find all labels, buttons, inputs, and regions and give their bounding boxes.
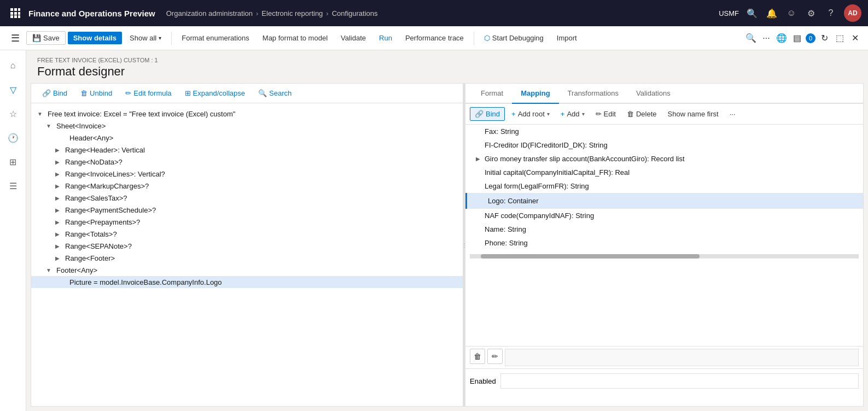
data-item-fax[interactable]: Fax: String	[465, 125, 863, 138]
run-button[interactable]: Run	[374, 32, 398, 44]
edit-button[interactable]: ✏ Edit	[591, 108, 620, 120]
bind-icon: 🔗	[42, 89, 51, 97]
data-item-logo[interactable]: Logo: Container	[465, 193, 863, 209]
range-nodata-expand-icon[interactable]: ▶	[53, 157, 62, 166]
sheet-collapse-icon[interactable]: ▼	[44, 121, 53, 130]
tab-transformations[interactable]: Transformations	[559, 84, 627, 104]
data-item-giro[interactable]: ▶ Giro money transfer slip account(BankA…	[465, 152, 863, 166]
tree-item-range-markupcharges[interactable]: ▶ Range<MarkupCharges>?	[31, 180, 463, 192]
close-icon[interactable]: ✕	[848, 33, 861, 43]
tab-mapping[interactable]: Mapping	[512, 84, 558, 104]
more-options-icon[interactable]: ···	[760, 33, 773, 43]
tree-item-header[interactable]: Header<Any>	[31, 132, 463, 144]
tree-item-range-header[interactable]: ▶ Range<Header>: Vertical	[31, 144, 463, 156]
range-footer-expand-icon[interactable]: ▶	[53, 254, 62, 262]
tree-item-range-paymentschedule[interactable]: ▶ Range<PaymentSchedule>?	[31, 204, 463, 216]
avatar[interactable]: AD	[844, 4, 861, 22]
sidebar-filter-icon[interactable]: ▽	[2, 79, 24, 101]
footer-collapse-icon[interactable]: ▼	[44, 266, 53, 274]
data-item-name[interactable]: Name: String	[465, 222, 863, 236]
hamburger-icon[interactable]: ☰	[7, 30, 24, 46]
tab-validations[interactable]: Validations	[627, 84, 679, 104]
debug-icon: ⬡	[484, 34, 490, 42]
range-sepanote-expand-icon[interactable]: ▶	[53, 242, 62, 250]
tree-root[interactable]: ▼ Free text invoice: Excel = "Free text …	[31, 108, 463, 120]
edit-pencil-icon: ✏	[596, 110, 602, 118]
range-totals-expand-icon[interactable]: ▶	[53, 230, 62, 238]
tree-item-range-nodata[interactable]: ▶ Range<NoData>?	[31, 156, 463, 168]
feedback-icon[interactable]: ☺	[785, 8, 798, 18]
data-item-ficreditor[interactable]: FI-Creditor ID(FICreditorID_DK): String	[465, 138, 863, 152]
more-options-button[interactable]: ···	[725, 108, 740, 120]
tree-item-range-totals[interactable]: ▶ Range<Totals>?	[31, 228, 463, 240]
range-paymentschedule-expand-icon[interactable]: ▶	[53, 206, 62, 214]
enabled-input[interactable]	[500, 373, 859, 389]
performance-trace-button[interactable]: Performance trace	[400, 32, 469, 44]
delete-button[interactable]: 🗑 Delete	[622, 108, 661, 120]
sidebar-history-icon[interactable]: 🕐	[2, 127, 24, 149]
format-enumerations-button[interactable]: Format enumerations	[176, 32, 255, 44]
panel-search-icon[interactable]: 🔍	[744, 33, 758, 43]
enabled-row: Enabled	[465, 369, 863, 393]
breadcrumb-org[interactable]: Organization administration	[166, 9, 253, 17]
delete-formula-button[interactable]: 🗑	[470, 349, 485, 364]
start-debugging-button[interactable]: ⬡ Start Debugging	[479, 32, 549, 44]
add-button[interactable]: + Add ▾	[556, 108, 589, 120]
range-markupcharges-expand-icon[interactable]: ▶	[53, 181, 62, 190]
edit-formula-button[interactable]: ✏	[487, 349, 503, 364]
sidebar-grid-icon[interactable]: ⊞	[2, 151, 24, 173]
map-format-to-model-button[interactable]: Map format to model	[257, 32, 333, 44]
data-item-initialcapital[interactable]: Initial capital(CompanyInitialCapital_FR…	[465, 166, 863, 179]
range-prepayments-expand-icon[interactable]: ▶	[53, 218, 62, 226]
show-details-button[interactable]: Show details	[68, 32, 122, 44]
validate-button[interactable]: Validate	[335, 32, 371, 44]
giro-expand-icon[interactable]: ▶	[476, 156, 485, 162]
panel-icon[interactable]: ▤	[790, 33, 803, 43]
settings-icon[interactable]: ⚙	[805, 8, 818, 19]
search-icon: 🔍	[258, 89, 267, 97]
sidebar-home-icon[interactable]: ⌂	[2, 55, 24, 77]
tree-item-sheet[interactable]: ▼ Sheet<Invoice>	[31, 120, 463, 132]
range-salestax-expand-icon[interactable]: ▶	[53, 193, 62, 202]
range-invoicelines-expand-icon[interactable]: ▶	[53, 169, 62, 178]
formula-input[interactable]	[505, 349, 859, 366]
toolbar: ☰ 💾 Save Show details Show all ▾ Format …	[0, 26, 868, 50]
tree-item-range-sepanote[interactable]: ▶ Range<SEPANote>?	[31, 240, 463, 252]
breadcrumb-er[interactable]: Electronic reporting	[261, 9, 323, 17]
tree-item-range-invoicelines[interactable]: ▶ Range<InvoiceLines>: Vertical?	[31, 168, 463, 180]
import-button[interactable]: Import	[551, 32, 582, 44]
open-external-icon[interactable]: ⬚	[833, 33, 846, 43]
show-name-first-button[interactable]: Show name first	[663, 108, 723, 120]
save-button[interactable]: 💾 Save	[26, 31, 66, 45]
tree-item-picture[interactable]: Picture = model.InvoiceBase.CompanyInfo.…	[31, 276, 463, 288]
range-header-expand-icon[interactable]: ▶	[53, 145, 62, 154]
notification-icon[interactable]: 🔔	[765, 8, 778, 19]
data-item-nafcode[interactable]: NAF code(CompanyIdNAF): String	[465, 209, 863, 222]
tree-item-range-prepayments[interactable]: ▶ Range<Prepayments>?	[31, 216, 463, 228]
tab-format[interactable]: Format	[472, 84, 512, 104]
sidebar-list-icon[interactable]: ☰	[2, 175, 24, 197]
horizontal-scrollbar[interactable]	[470, 254, 859, 259]
map-bind-button[interactable]: 🔗 Bind	[470, 107, 505, 121]
search-button[interactable]: 🔍 Search	[254, 87, 296, 99]
sidebar-star-icon[interactable]: ☆	[2, 103, 24, 125]
tree-item-footer[interactable]: ▼ Footer<Any>	[31, 264, 463, 276]
globe-icon[interactable]: 🌐	[775, 33, 788, 43]
add-root-button[interactable]: + Add root ▾	[507, 108, 554, 120]
edit-formula-button[interactable]: ✏ Edit formula	[121, 87, 176, 99]
breadcrumb-config[interactable]: Configurations	[332, 9, 378, 17]
waffle-icon[interactable]	[7, 4, 24, 22]
scrollbar-thumb[interactable]	[481, 254, 700, 259]
data-item-legalform[interactable]: Legal form(LegalFormFR): String	[465, 179, 863, 193]
expand-collapse-button[interactable]: ⊞ Expand/collapse	[180, 87, 249, 99]
help-icon[interactable]: ?	[824, 8, 837, 18]
tree-item-range-salestax[interactable]: ▶ Range<SalesTax>?	[31, 192, 463, 204]
tree-item-range-footer[interactable]: ▶ Range<Footer>	[31, 252, 463, 264]
unbind-button[interactable]: 🗑 Unbind	[76, 87, 116, 99]
bind-button[interactable]: 🔗 Bind	[38, 87, 72, 99]
search-icon[interactable]: 🔍	[745, 8, 759, 19]
root-collapse-icon[interactable]: ▼	[36, 109, 44, 118]
data-item-phone[interactable]: Phone: String	[465, 236, 863, 250]
show-all-button[interactable]: Show all ▾	[124, 32, 167, 44]
refresh-icon[interactable]: ↻	[818, 33, 831, 43]
